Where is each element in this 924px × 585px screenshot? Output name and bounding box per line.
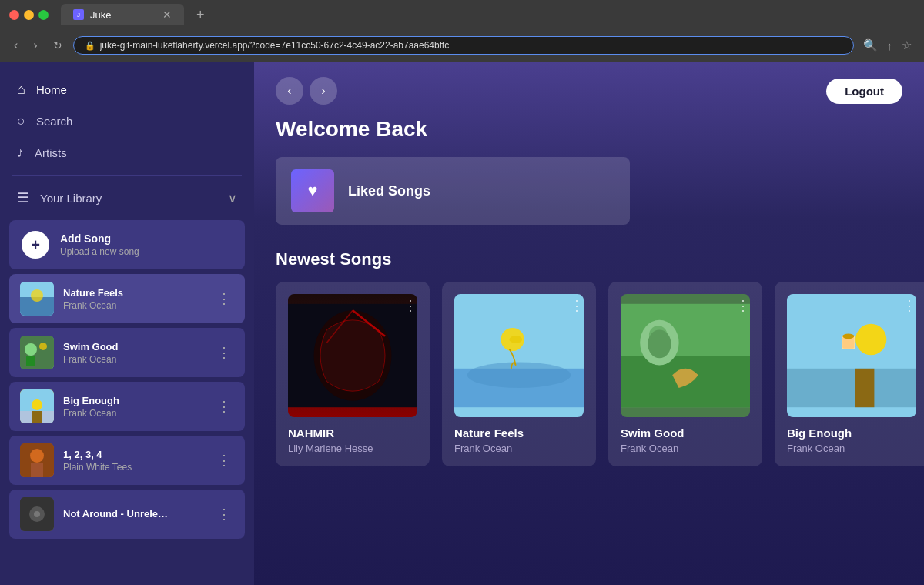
svg-rect-34: [855, 369, 874, 407]
list-item[interactable]: 1, 2, 3, 4 Plain White Tees ⋮: [9, 436, 245, 485]
forward-arrow-button[interactable]: ›: [310, 77, 337, 105]
library-header[interactable]: ☰ Your Library ∨: [0, 182, 254, 214]
song-info: Nature Feels Frank Ocean: [63, 287, 205, 311]
nav-arrows: ‹ ›: [276, 77, 337, 105]
sidebar-item-artists[interactable]: ♪ Artists: [0, 137, 254, 169]
song-title: Not Around - Unrele…: [63, 508, 205, 520]
svg-rect-10: [32, 411, 42, 423]
grid-song-title: Big Enough: [787, 426, 916, 440]
browser-toolbar: ‹ › ↻ 🔒 juke-git-main-lukeflaherty.verce…: [0, 29, 924, 62]
song-menu-button[interactable]: ⋮: [214, 287, 234, 310]
forward-button[interactable]: ›: [28, 35, 42, 55]
sidebar-home-label: Home: [36, 83, 67, 96]
list-item[interactable]: Big Enough Frank Ocean ⋮: [9, 382, 245, 431]
liked-songs-card[interactable]: ♥ Liked Songs: [276, 157, 630, 225]
app: ⌂ Home ○ Search ♪ Artists ☰ Your Library…: [0, 62, 924, 585]
song-thumbnail: [20, 443, 54, 477]
sidebar-item-search[interactable]: ○ Search: [0, 105, 254, 137]
back-button[interactable]: ‹: [9, 35, 22, 55]
browser-chrome: J Juke ✕ + ‹ › ↻ 🔒 juke-git-main-lukefla…: [0, 0, 924, 62]
chevron-down-icon: ∨: [228, 191, 237, 206]
song-menu-button[interactable]: ⋮: [214, 503, 234, 526]
main-header: ‹ › Logout: [254, 62, 924, 117]
add-song-button[interactable]: + Add Song Upload a new song: [9, 220, 245, 269]
dot-yellow[interactable]: [24, 10, 34, 20]
grid-song-artist: Lily Marlene Hesse: [288, 443, 417, 454]
grid-song-menu-button[interactable]: ⋮: [736, 297, 750, 314]
grid-song-card[interactable]: ⋮ Big Enough Frank Ocean: [775, 282, 924, 466]
grid-song-artist: Frank Ocean: [621, 443, 750, 454]
svg-point-25: [509, 336, 522, 343]
list-item[interactable]: Nature Feels Frank Ocean ⋮: [9, 274, 245, 323]
search-toolbar-icon[interactable]: 🔍: [860, 35, 881, 55]
dot-green[interactable]: [38, 10, 49, 20]
grid-thumbnail: [621, 294, 750, 417]
reload-button[interactable]: ↻: [49, 36, 67, 55]
sidebar-item-home[interactable]: ⌂ Home: [0, 74, 254, 105]
song-info: Swim Good Frank Ocean: [63, 341, 205, 365]
svg-point-23: [467, 362, 571, 388]
song-menu-button[interactable]: ⋮: [214, 449, 234, 472]
share-icon[interactable]: ↑: [884, 36, 896, 55]
library-items: + Add Song Upload a new song Nature Feel…: [0, 214, 254, 573]
sidebar-divider: [12, 175, 242, 176]
browser-dots: [9, 10, 49, 20]
grid-song-card[interactable]: ⋮ Nature Feels Frank Ocean: [442, 282, 596, 466]
liked-songs-thumbnail: ♥: [291, 169, 334, 212]
library-label: Your Library: [40, 192, 102, 205]
song-thumbnail: [20, 389, 54, 423]
toolbar-actions: 🔍 ↑ ☆: [860, 35, 916, 55]
grid-song-menu-button[interactable]: ⋮: [570, 297, 584, 314]
svg-point-12: [30, 449, 44, 463]
song-thumbnail: [20, 336, 54, 369]
list-item[interactable]: Not Around - Unrele… ⋮: [9, 490, 245, 539]
main-content: Welcome Back ♥ Liked Songs Newest Songs: [254, 117, 924, 488]
logout-button[interactable]: Logout: [826, 79, 902, 104]
dot-red[interactable]: [9, 10, 19, 20]
library-title-group: ☰ Your Library: [17, 189, 102, 206]
grid-song-menu-button[interactable]: ⋮: [403, 297, 417, 314]
address-bar[interactable]: 🔒 juke-git-main-lukeflaherty.vercel.app/…: [73, 36, 854, 55]
bookmark-icon[interactable]: ☆: [899, 35, 915, 55]
tab-favicon: J: [73, 9, 84, 20]
sidebar: ⌂ Home ○ Search ♪ Artists ☰ Your Library…: [0, 62, 254, 585]
add-icon: +: [22, 231, 49, 259]
svg-point-16: [34, 511, 40, 517]
new-tab-button[interactable]: +: [196, 7, 205, 23]
song-artist: Plain White Tees: [63, 462, 205, 473]
song-artist: Frank Ocean: [63, 354, 205, 365]
music-note-icon: ♪: [17, 145, 24, 161]
url-text: juke-git-main-lukeflaherty.vercel.app/?c…: [100, 40, 842, 51]
song-title: Nature Feels: [63, 287, 205, 299]
song-artist: Frank Ocean: [63, 408, 205, 419]
lock-icon: 🔒: [85, 41, 95, 51]
song-menu-button[interactable]: ⋮: [214, 395, 234, 418]
grid-song-card[interactable]: ⋮ Swim Good Frank Ocean: [608, 282, 762, 466]
song-info: 1, 2, 3, 4 Plain White Tees: [63, 449, 205, 473]
sidebar-search-label: Search: [36, 115, 73, 128]
tab-close-button[interactable]: ✕: [162, 8, 172, 21]
grid-thumbnail: [454, 294, 584, 417]
svg-point-4: [25, 343, 37, 356]
song-title: 1, 2, 3, 4: [63, 449, 205, 460]
search-icon: ○: [17, 113, 25, 129]
svg-rect-5: [26, 356, 35, 366]
grid-song-title: Swim Good: [621, 426, 750, 440]
add-song-title: Add Song: [60, 232, 139, 245]
grid-song-menu-button[interactable]: ⋮: [902, 297, 916, 314]
svg-point-6: [39, 343, 47, 350]
grid-thumbnail: [288, 294, 417, 417]
list-item[interactable]: Swim Good Frank Ocean ⋮: [9, 328, 245, 377]
song-title: Swim Good: [63, 341, 205, 353]
svg-rect-13: [31, 463, 43, 477]
sidebar-artists-label: Artists: [35, 146, 67, 159]
songs-grid: ⋮ NAHMIR Lily Marlene Hesse: [276, 282, 902, 466]
back-arrow-button[interactable]: ‹: [276, 77, 303, 105]
grid-song-artist: Frank Ocean: [787, 443, 916, 454]
song-menu-button[interactable]: ⋮: [214, 341, 234, 364]
song-title: Big Enough: [63, 395, 205, 406]
library-icon: ☰: [17, 189, 29, 206]
song-info: Big Enough Frank Ocean: [63, 395, 205, 419]
browser-tab[interactable]: J Juke ✕: [61, 4, 184, 25]
grid-song-card[interactable]: ⋮ NAHMIR Lily Marlene Hesse: [276, 282, 430, 466]
